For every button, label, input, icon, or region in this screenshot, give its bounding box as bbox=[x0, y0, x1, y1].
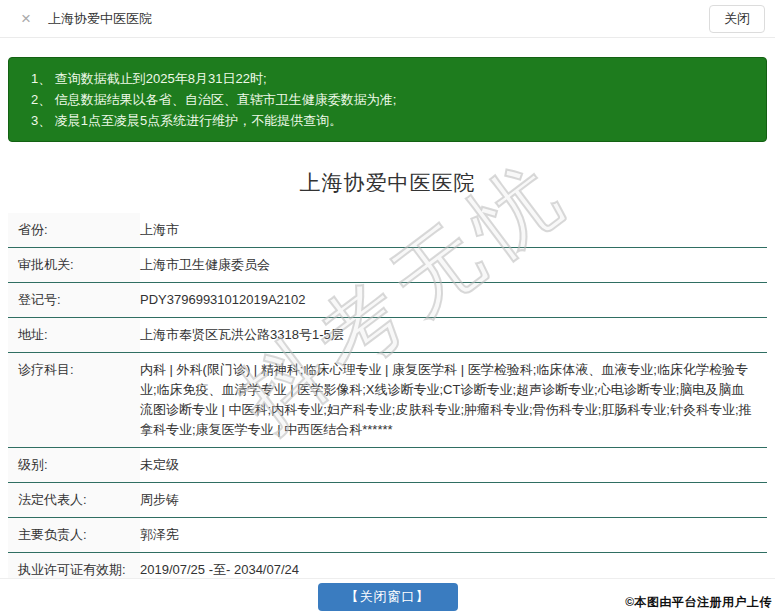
table-row: 省份: 上海市 bbox=[8, 213, 767, 248]
table-row: 法定代表人: 周步铸 bbox=[8, 483, 767, 518]
row-label: 审批机关: bbox=[8, 248, 140, 282]
row-value: 内科 | 外科(限门诊) | 精神科;临床心理专业 | 康复医学科 | 医学检验… bbox=[140, 353, 767, 447]
row-label: 省份: bbox=[8, 213, 140, 247]
row-label: 地址: bbox=[8, 318, 140, 352]
window-titlebar: × 上海协爱中医医院 关闭 bbox=[0, 0, 775, 38]
table-row: 级别: 未定级 bbox=[8, 448, 767, 483]
notice-line: 2、 信息数据结果以各省、自治区、直辖市卫生健康委数据为准; bbox=[31, 89, 756, 110]
row-label: 主要负责人: bbox=[8, 518, 140, 552]
page-title: 上海协爱中医医院 bbox=[0, 169, 775, 197]
close-window-button[interactable]: 【关闭窗口】 bbox=[318, 583, 458, 611]
row-label: 登记号: bbox=[8, 283, 140, 317]
row-value: 郭泽宪 bbox=[140, 518, 767, 552]
row-value: 上海市卫生健康委员会 bbox=[140, 248, 767, 282]
close-button[interactable]: 关闭 bbox=[709, 5, 765, 33]
table-row: 主要负责人: 郭泽宪 bbox=[8, 518, 767, 553]
notice-line: 3、 凌晨1点至凌晨5点系统进行维护，不能提供查询。 bbox=[31, 110, 756, 131]
table-row: 登记号: PDY37969931012019A2102 bbox=[8, 283, 767, 318]
row-value: PDY37969931012019A2102 bbox=[140, 283, 767, 317]
table-row: 诊疗科目: 内科 | 外科(限门诊) | 精神科;临床心理专业 | 康复医学科 … bbox=[8, 353, 767, 448]
copyright-watermark: ©本图由平台注册用户上传 bbox=[625, 594, 772, 611]
row-label: 法定代表人: bbox=[8, 483, 140, 517]
table-row: 审批机关: 上海市卫生健康委员会 bbox=[8, 248, 767, 283]
row-label: 诊疗科目: bbox=[8, 353, 140, 447]
row-value: 上海市 bbox=[140, 213, 767, 247]
notice-line: 1、 查询数据截止到2025年8月31日22时; bbox=[31, 68, 756, 89]
info-table: 省份: 上海市 审批机关: 上海市卫生健康委员会 登记号: PDY3796993… bbox=[8, 213, 767, 588]
notice-banner: 1、 查询数据截止到2025年8月31日22时;2、 信息数据结果以各省、自治区… bbox=[8, 57, 767, 142]
footer-bar: 【关闭窗口】 ©本图由平台注册用户上传 bbox=[0, 578, 775, 614]
row-value: 周步铸 bbox=[140, 483, 767, 517]
row-value: 未定级 bbox=[140, 448, 767, 482]
row-value: 上海市奉贤区瓦洪公路3318号1-5层 bbox=[140, 318, 767, 352]
row-label: 级别: bbox=[8, 448, 140, 482]
table-row: 地址: 上海市奉贤区瓦洪公路3318号1-5层 bbox=[8, 318, 767, 353]
close-x-icon[interactable]: × bbox=[16, 9, 36, 29]
window-title: 上海协爱中医医院 bbox=[48, 10, 152, 28]
